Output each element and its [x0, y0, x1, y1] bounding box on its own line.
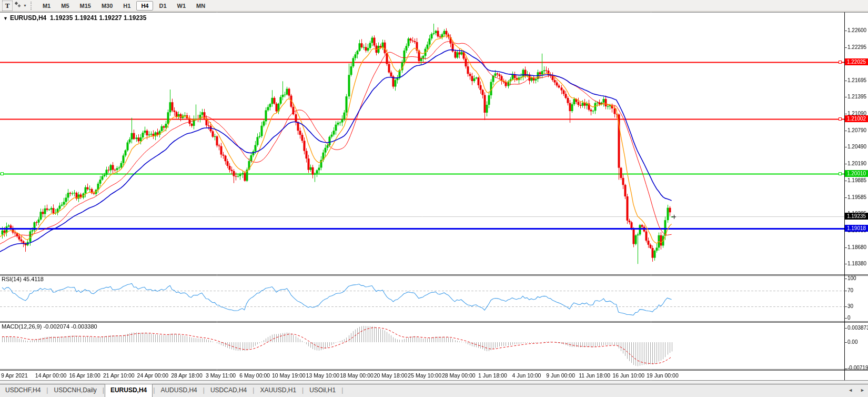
time-axis-label: 25 May 10:00 — [408, 372, 441, 379]
timeframe-button-m5[interactable]: M5 — [56, 1, 74, 11]
chart-ohlc-quotes: 1.19235 1.19241 1.19227 1.19235 — [50, 14, 147, 22]
timeframe-button-m1[interactable]: M1 — [38, 1, 55, 11]
timeframe-button-m30[interactable]: M30 — [97, 1, 117, 11]
price-level-label: 1.19235 — [845, 213, 868, 220]
time-axis-label: 1 Jun 18:00 — [478, 372, 507, 379]
timeframe-button-h1[interactable]: H1 — [118, 1, 135, 11]
time-axis-label: 13 May 10:00 — [306, 372, 340, 379]
price-tick-label: 1.18680 — [847, 244, 866, 250]
tab-usdchf-h4[interactable]: USDCHF,H4 — [0, 384, 46, 397]
timeframe-button-mn[interactable]: MN — [191, 1, 210, 11]
text-tool-button[interactable]: T — [2, 1, 13, 11]
chart-canvas[interactable] — [0, 0, 868, 397]
price-tick-label: 1.20190 — [847, 161, 866, 166]
time-axis-label: 20 May 18:00 — [374, 372, 408, 379]
chevron-down-icon[interactable]: ▼ — [23, 4, 27, 7]
time-axis-label: 11 Jun 18:00 — [579, 372, 610, 379]
price-level-label: 1.19018 — [845, 225, 868, 232]
price-level-label: 1.21002 — [845, 115, 868, 122]
tab-scroll-left-icon[interactable]: ◄ — [848, 388, 853, 393]
cursor-tool-icon — [14, 1, 22, 11]
tab-scroll-right-icon[interactable]: ► — [860, 388, 865, 393]
macd-tick-label: 0.003873 — [847, 325, 868, 331]
macd-tick-label: 0.00 — [847, 339, 857, 345]
time-axis-label: 9 Jun 00:00 — [546, 372, 575, 379]
time-axis-label: 24 Apr 00:00 — [137, 372, 169, 379]
time-axis-label: 21 Apr 10:00 — [103, 372, 135, 379]
time-axis-label: 9 Apr 2021 — [1, 372, 28, 379]
time-axis-label: 3 May 11:00 — [206, 372, 236, 379]
timeframe-button-h4[interactable]: H4 — [136, 1, 153, 11]
rsi-label: RSI(14) 45.4118 — [2, 276, 44, 282]
collapse-caret-icon[interactable]: ▼ — [3, 16, 8, 21]
timeframe-button-d1[interactable]: D1 — [154, 1, 171, 11]
tab-xauusd-h1[interactable]: XAUUSD,H1 — [255, 384, 301, 397]
price-tick-label: 1.21395 — [847, 94, 866, 100]
rsi-tick-label: 70 — [847, 287, 853, 293]
price-tick-label: 1.19885 — [847, 177, 866, 183]
tab-eurusd-h4[interactable]: EURUSD,H4 — [105, 384, 153, 397]
rsi-tick-label: 30 — [847, 303, 853, 309]
tab-audusd-h4[interactable]: AUDUSD,H4 — [155, 384, 202, 397]
mt4-window: { "toolbar": { "text_tool_label": "T", "… — [0, 0, 868, 397]
toolbar-grip — [31, 2, 33, 10]
price-level-label: 1.22025 — [845, 58, 868, 65]
time-axis-label: 16 Apr 18:00 — [69, 372, 100, 379]
time-axis-label: 14 Apr 00:00 — [35, 372, 67, 379]
timeframe-button-m15[interactable]: M15 — [75, 1, 96, 11]
tab-usoil-h1[interactable]: USOil,H1 — [304, 384, 341, 397]
tab-usdcnh-daily[interactable]: USDCNH,Daily — [48, 384, 102, 397]
price-tick-label: 1.20790 — [847, 127, 866, 133]
tab-usdcad-h4[interactable]: USDCAD,H4 — [205, 384, 252, 397]
chart-title: ▼EURUSD,H4 1.19235 1.19241 1.19227 1.192… — [3, 14, 146, 22]
timeframe-buttons: M1M5M15M30H1H4D1W1MN — [37, 1, 210, 11]
time-axis-label: 28 May 00:00 — [442, 372, 476, 379]
price-tick-label: 1.20490 — [847, 144, 866, 150]
time-axis-label: 6 May 00:00 — [239, 372, 270, 379]
time-axis-label: 4 Jun 10:00 — [512, 372, 541, 379]
price-tick-label: 1.21695 — [847, 77, 866, 83]
symbol-tabbar: USDCHF,H4|USDCNH,Daily|EURUSD,H4|AUDUSD,… — [0, 384, 868, 397]
rsi-tick-label: 0 — [847, 315, 851, 321]
price-tick-label: 1.22600 — [847, 27, 866, 33]
price-tick-label: 1.19585 — [847, 194, 866, 200]
rsi-tick-label: 100 — [847, 275, 856, 281]
time-axis-label: 10 May 19:00 — [272, 372, 306, 379]
timeframe-button-w1[interactable]: W1 — [173, 1, 191, 11]
time-axis-label: 19 Jun 00:00 — [647, 372, 679, 379]
macd-label: MACD(12,26,9) -0.002074 -0.003380 — [2, 323, 97, 330]
time-axis-label: 16 Jun 10:00 — [612, 372, 644, 379]
chart-symbol-label: EURUSD,H4 — [10, 14, 46, 22]
time-axis-label: 18 May 00:00 — [340, 372, 374, 379]
toolbar: T ▼ M1M5M15M30H1H4D1W1MN — [0, 0, 868, 12]
symbol-tabs: USDCHF,H4|USDCNH,Daily|EURUSD,H4|AUDUSD,… — [0, 384, 344, 397]
price-level-label: 1.20010 — [845, 170, 868, 177]
macd-tick-label: -0.00719 — [847, 365, 868, 371]
price-tick-label: 1.18380 — [847, 261, 866, 266]
price-tick-label: 1.22295 — [847, 44, 866, 50]
cursor-tool-button[interactable]: ▼ — [14, 1, 27, 11]
tab-scroll-arrows: ◄ ► — [848, 388, 865, 393]
time-axis-label: 28 Apr 18:00 — [171, 372, 203, 379]
tab-separator: | — [341, 384, 344, 397]
